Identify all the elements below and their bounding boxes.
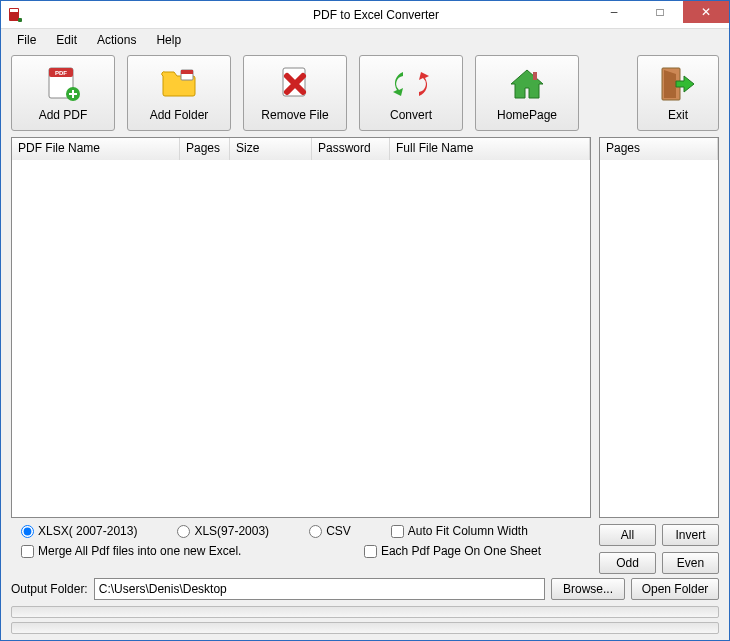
output-row: Output Folder: Browse... Open Folder: [1, 574, 729, 604]
check-autofit[interactable]: Auto Fit Column Width: [391, 524, 528, 538]
even-button[interactable]: Even: [662, 552, 719, 574]
maximize-button[interactable]: □: [637, 1, 683, 23]
homepage-button[interactable]: HomePage: [475, 55, 579, 131]
remove-icon: [275, 64, 315, 104]
output-label: Output Folder:: [11, 582, 88, 596]
open-folder-button[interactable]: Open Folder: [631, 578, 719, 600]
pages-list[interactable]: Pages: [599, 137, 719, 518]
pdf-icon: PDF: [43, 64, 83, 104]
file-list[interactable]: PDF File Name Pages Size Password Full F…: [11, 137, 591, 518]
radio-xls[interactable]: XLS(97-2003): [177, 524, 269, 538]
col-side-pages[interactable]: Pages: [600, 138, 718, 160]
convert-label: Convert: [390, 108, 432, 122]
pages-list-body[interactable]: [600, 160, 718, 517]
app-icon: [7, 7, 23, 23]
col-size[interactable]: Size: [230, 138, 312, 160]
remove-file-label: Remove File: [261, 108, 328, 122]
add-folder-button[interactable]: Add Folder: [127, 55, 231, 131]
content-row: PDF File Name Pages Size Password Full F…: [1, 137, 729, 518]
check-each-page[interactable]: Each Pdf Page On One Sheet: [364, 544, 541, 558]
progress-bar-2: [11, 622, 719, 634]
svg-rect-2: [18, 18, 22, 22]
svg-rect-8: [181, 70, 193, 74]
col-password[interactable]: Password: [312, 138, 390, 160]
svg-text:PDF: PDF: [55, 70, 67, 76]
exit-button[interactable]: Exit: [637, 55, 719, 131]
progress-bar-1: [11, 606, 719, 618]
home-icon: [507, 64, 547, 104]
minimize-button[interactable]: –: [591, 1, 637, 23]
col-fullname[interactable]: Full File Name: [390, 138, 590, 160]
toolbar: PDF Add PDF Add Folder Remove File Conve…: [1, 51, 729, 137]
svg-rect-10: [533, 72, 537, 80]
menubar: File Edit Actions Help: [1, 29, 729, 51]
exit-icon: [658, 64, 698, 104]
odd-button[interactable]: Odd: [599, 552, 656, 574]
pages-list-header: Pages: [600, 138, 718, 160]
exit-label: Exit: [668, 108, 688, 122]
add-pdf-label: Add PDF: [39, 108, 88, 122]
svg-rect-1: [10, 9, 18, 12]
menu-help[interactable]: Help: [148, 31, 189, 49]
menu-edit[interactable]: Edit: [48, 31, 85, 49]
convert-button[interactable]: Convert: [359, 55, 463, 131]
browse-button[interactable]: Browse...: [551, 578, 625, 600]
folder-icon: [159, 64, 199, 104]
all-button[interactable]: All: [599, 524, 656, 546]
radio-xlsx[interactable]: XLSX( 2007-2013): [21, 524, 137, 538]
convert-icon: [391, 64, 431, 104]
add-pdf-button[interactable]: PDF Add PDF: [11, 55, 115, 131]
output-folder-input[interactable]: [94, 578, 545, 600]
col-pages[interactable]: Pages: [180, 138, 230, 160]
titlebar: PDF to Excel Converter – □ ✕: [1, 1, 729, 29]
col-filename[interactable]: PDF File Name: [12, 138, 180, 160]
options-panel: XLSX( 2007-2013) XLS(97-2003) CSV Auto F…: [11, 518, 591, 562]
close-button[interactable]: ✕: [683, 1, 729, 23]
homepage-label: HomePage: [497, 108, 557, 122]
remove-file-button[interactable]: Remove File: [243, 55, 347, 131]
invert-button[interactable]: Invert: [662, 524, 719, 546]
menu-actions[interactable]: Actions: [89, 31, 144, 49]
add-folder-label: Add Folder: [150, 108, 209, 122]
window-controls: – □ ✕: [591, 1, 729, 28]
app-window: PDF to Excel Converter – □ ✕ File Edit A…: [0, 0, 730, 641]
file-list-body[interactable]: [12, 160, 590, 517]
page-select-buttons: All Invert Odd Even: [599, 518, 719, 574]
radio-csv[interactable]: CSV: [309, 524, 351, 538]
menu-file[interactable]: File: [9, 31, 44, 49]
check-merge[interactable]: Merge All Pdf files into one new Excel.: [21, 544, 241, 558]
file-list-header: PDF File Name Pages Size Password Full F…: [12, 138, 590, 160]
